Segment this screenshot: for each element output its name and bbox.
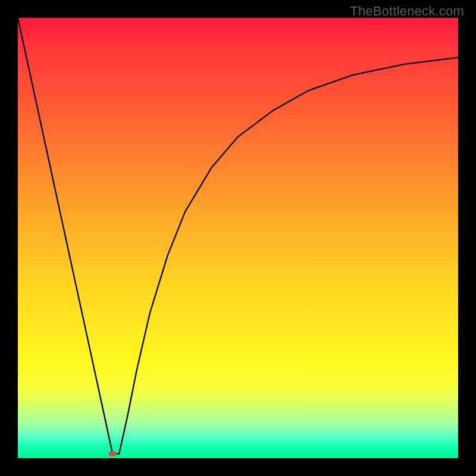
watermark-text: TheBottleneck.com [350,4,464,19]
curve-line [18,18,458,454]
minimum-marker [108,451,117,456]
chart-frame: TheBottleneck.com [0,0,476,476]
plot-area [18,18,458,458]
plot-svg [18,18,458,458]
